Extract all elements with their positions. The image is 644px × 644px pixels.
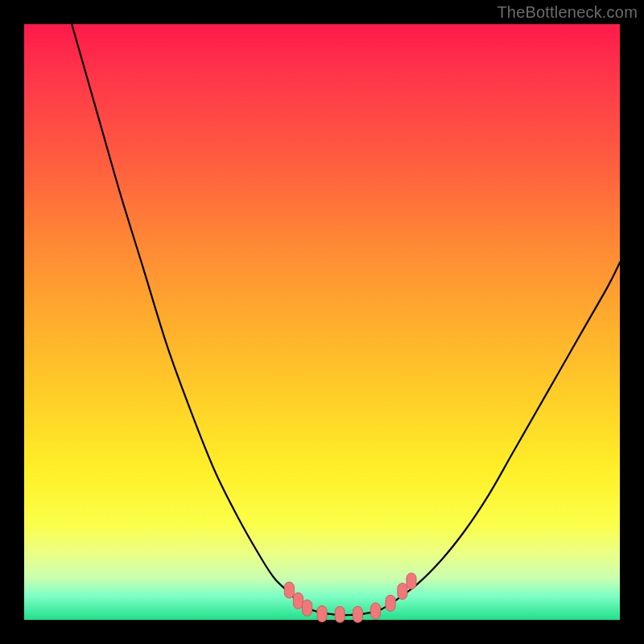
basin-marker xyxy=(371,603,381,619)
watermark-text: TheBottleneck.com xyxy=(497,3,638,22)
curve-svg xyxy=(24,24,620,620)
basin-marker xyxy=(335,606,345,622)
curve-left-branch xyxy=(72,24,298,602)
basin-marker xyxy=(317,606,327,622)
basin-marker xyxy=(386,595,395,611)
basin-marker xyxy=(303,600,312,616)
curve-right-branch xyxy=(394,262,620,602)
chart-frame: TheBottleneck.com xyxy=(0,0,644,644)
plot-area xyxy=(24,24,620,620)
basin-marker xyxy=(353,606,362,622)
basin-marker xyxy=(293,592,303,609)
basin-marker xyxy=(284,582,294,598)
basin-marker xyxy=(398,583,407,599)
basin-marker xyxy=(407,573,416,589)
